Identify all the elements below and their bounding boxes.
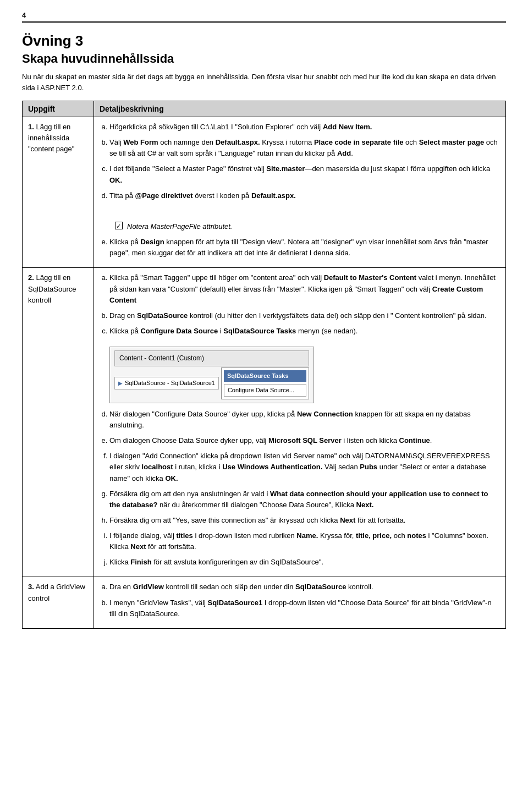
screenshot-box: Content - Content1 (Custom) ▶ SqlDataSou… xyxy=(109,347,314,403)
step-item-2-d: När dialogen "Configure Data Source" dyk… xyxy=(109,409,500,431)
detail-cell-3: Dra en GridView kontroll till sedan och … xyxy=(94,577,506,628)
step-item-2-j: Klicka Finish för att avsluta konfigurer… xyxy=(109,557,500,568)
step-item-2-c: Klicka på Configure Data Source i SqlDat… xyxy=(109,326,500,337)
page-number: 4 xyxy=(22,11,506,19)
note-text: Notera MasterPageFile attributet. xyxy=(127,221,232,232)
steps-list-2: Klicka på "Smart Taggen" uppe till höger… xyxy=(100,272,500,568)
main-title: Övning 3 xyxy=(22,32,506,50)
datasource-label: SqlDataSource - SqlDataSource1 xyxy=(125,378,215,388)
step-item-1-e: Klicka på Design knappen för att byta ti… xyxy=(109,237,500,259)
screenshot-tasks-title: SqlDataSource Tasks xyxy=(224,370,306,382)
step-item-2-b: Drag en SqlDataSource kontroll (du hitte… xyxy=(109,310,500,321)
step-item-2-f: I dialogen "Add Connection" klicka på dr… xyxy=(109,451,500,484)
steps-list-1: Högerklicka på sökvägen till C:\.\Lab1 I… xyxy=(100,122,500,259)
screenshot-tasks-panel: SqlDataSource Tasks Configure Data Sourc… xyxy=(221,367,309,399)
task-cell-2: 2. Lägg till en SqlDataSource kontroll xyxy=(23,268,94,577)
step-item-1-c: I det följande "Select a Master Page" fö… xyxy=(109,163,500,185)
screenshot-configure-link[interactable]: Configure Data Source... xyxy=(224,384,306,397)
intro-text: Nu när du skapat en master sida är det d… xyxy=(22,72,506,93)
detail-cell-2: Klicka på "Smart Taggen" uppe till höger… xyxy=(94,268,506,577)
step-item-2-h: Försäkra dig om att "Yes, save this conn… xyxy=(109,515,500,526)
step-item-1-b: Välj Web Form och namnge den Default.asp… xyxy=(109,137,500,159)
step-item-2-e: Om dialogen Choose Data Source dyker upp… xyxy=(109,435,500,446)
steps-list-3: Dra en GridView kontroll till sedan och … xyxy=(100,581,500,619)
step-item-1-a: Högerklicka på sökvägen till C:\.\Lab1 I… xyxy=(109,122,500,133)
task-cell-1: 1. Lägg till en innehållssida "content p… xyxy=(23,117,94,268)
step-item-3-a: Dra en GridView kontroll till sedan och … xyxy=(109,581,500,592)
datasource-icon: ▶ xyxy=(118,379,123,388)
sub-title: Skapa huvudinnehållssida xyxy=(22,52,506,66)
screenshot-datasource: ▶ SqlDataSource - SqlDataSource1 xyxy=(114,377,219,389)
task-cell-3: 3. Add a GridView control xyxy=(23,577,94,628)
detail-cell-1: Högerklicka på sökvägen till C:\.\Lab1 I… xyxy=(94,117,506,268)
col-header-task: Uppgift xyxy=(23,101,94,117)
top-rule xyxy=(22,21,506,23)
step-item-1-d: Titta på @Page direktivet överst i koden… xyxy=(109,190,500,201)
note-box-1: Notera MasterPageFile attributet. xyxy=(109,221,500,232)
step-item-2-g: Försäkra dig om att den nya anslutningen… xyxy=(109,489,500,511)
screenshot-content-label: Content - Content1 (Custom) xyxy=(114,350,309,366)
step-item-2-i: I följande dialog, välj titles i drop-do… xyxy=(109,530,500,552)
step-item-3-b: I menyn "GridView Tasks", välj SqlDataSo… xyxy=(109,597,500,619)
note-checkbox xyxy=(115,222,123,229)
col-header-detail: Detaljbeskrivning xyxy=(94,101,506,117)
main-table: Uppgift Detaljbeskrivning 1. Lägg till e… xyxy=(22,101,506,629)
step-item-2-a: Klicka på "Smart Taggen" uppe till höger… xyxy=(109,272,500,305)
